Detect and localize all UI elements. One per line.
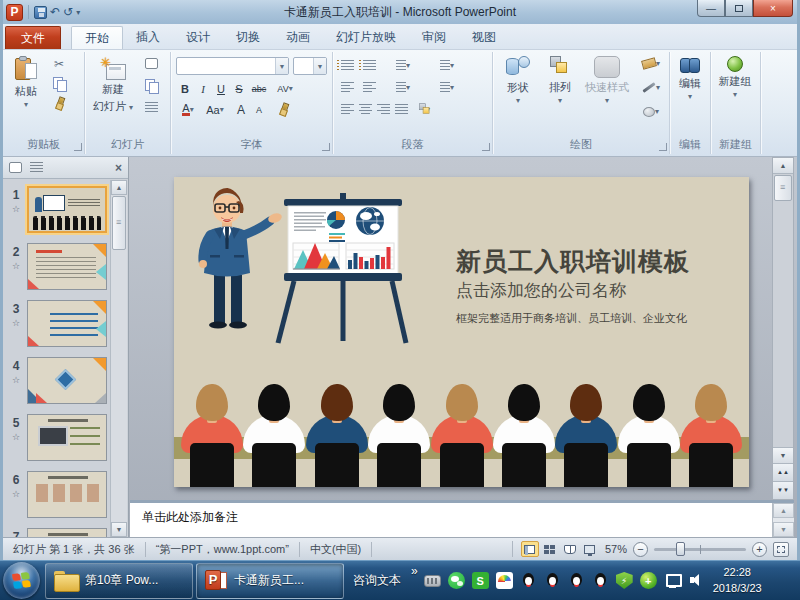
paste-dropdown-arrow[interactable]: ▾ [24, 101, 28, 109]
minimize-button[interactable]: — [697, 0, 725, 17]
ribbon-tab-设计[interactable]: 设计 [173, 26, 223, 49]
security-shield-icon[interactable]: ⚡ [616, 572, 633, 589]
arrange-button[interactable]: 排列▾ [541, 55, 579, 139]
thumbnail-preview[interactable] [27, 300, 107, 347]
shrink-font-button[interactable]: A [251, 102, 267, 117]
slide-thumbnail-2[interactable]: 2☆ [7, 243, 107, 295]
animation-star-icon[interactable]: ☆ [7, 489, 25, 499]
slide-thumbnail-5[interactable]: 5☆ [7, 414, 107, 466]
current-slide[interactable]: 新员工入职培训模板 点击添加您的公司名称 框架完整适用于商务培训、员工培训、企业… [174, 177, 749, 487]
format-painter-button[interactable] [51, 96, 67, 111]
redo-icon[interactable]: ↺ [63, 6, 73, 18]
new-slide-button[interactable]: ✳ 新建 幻灯片 ▾ [89, 55, 137, 139]
align-right-button[interactable] [375, 102, 391, 117]
customize-qat-icon[interactable]: ▾ [76, 8, 80, 17]
thumbnail-preview[interactable] [27, 357, 107, 404]
font-name-combo[interactable]: ▼ [176, 57, 289, 75]
normal-view-button[interactable] [521, 541, 539, 557]
scroll-down-icon[interactable]: ▼ [773, 447, 793, 463]
previous-slide-button[interactable]: ▲▲ [773, 463, 793, 481]
restore-button[interactable] [725, 0, 753, 17]
shape-fill-button[interactable]: ▾ [638, 56, 664, 71]
editing-button[interactable]: 编辑▾ [672, 55, 708, 139]
ribbon-tab-插入[interactable]: 插入 [123, 26, 173, 49]
italic-button[interactable]: I [195, 81, 211, 96]
clear-formatting-button[interactable] [275, 102, 291, 117]
cut-button[interactable]: ✂ [51, 56, 67, 71]
notes-pane[interactable]: 单击此处添加备注 ▲ ▼ [130, 500, 794, 537]
sogou-icon[interactable]: S [472, 572, 489, 589]
scrollbar-thumb[interactable] [774, 175, 792, 201]
ribbon-tab-审阅[interactable]: 审阅 [409, 26, 459, 49]
grow-font-button[interactable]: A [233, 102, 249, 117]
font-name-dropdown-arrow[interactable]: ▼ [275, 58, 288, 74]
ime-keyboard-icon[interactable] [424, 575, 441, 587]
clipboard-dialog-launcher[interactable] [74, 143, 82, 151]
font-color-button[interactable]: A▾ [177, 102, 199, 117]
reset-button[interactable] [143, 78, 159, 93]
ribbon-tab-开始[interactable]: 开始 [71, 26, 123, 49]
slide-sorter-view-button[interactable] [541, 541, 559, 557]
language-indicator[interactable]: 中文(中国) [300, 542, 372, 557]
animation-star-icon[interactable]: ☆ [7, 204, 25, 214]
new-group-button[interactable]: 新建组▾ [713, 55, 757, 139]
fit-slide-to-window-button[interactable] [773, 542, 789, 557]
shape-outline-button[interactable]: ▾ [638, 80, 664, 95]
align-left-button[interactable] [339, 102, 355, 117]
thumbnail-preview[interactable] [27, 243, 107, 290]
zoom-slider-thumb[interactable] [676, 542, 685, 556]
change-case-button[interactable]: Aa▾ [203, 102, 227, 117]
section-button[interactable] [143, 100, 159, 115]
desktop-toolbar-label[interactable]: 咨询文本 [347, 572, 407, 589]
notes-scrollbar[interactable]: ▲ ▼ [772, 503, 794, 537]
scroll-up-icon[interactable]: ▲ [111, 180, 127, 195]
thumbnail-preview[interactable] [27, 414, 107, 461]
antivirus-ball-icon[interactable]: + [640, 572, 657, 589]
network-icon[interactable] [664, 572, 681, 589]
volume-icon[interactable] [688, 572, 705, 589]
save-icon[interactable] [34, 6, 47, 19]
slides-thumbnails-tab[interactable] [9, 162, 22, 173]
columns-button[interactable]: ▾ [395, 80, 411, 95]
numbering-button[interactable] [361, 58, 377, 73]
shapes-button[interactable]: 形状▾ [499, 55, 537, 139]
qq-icon-1[interactable] [520, 572, 537, 589]
shape-effects-button[interactable]: ▾ [638, 104, 664, 119]
taskbar-clock[interactable]: 22:28 2018/3/23 [713, 565, 762, 597]
zoom-slider[interactable] [654, 548, 746, 551]
notes-placeholder[interactable]: 单击此处添加备注 [142, 509, 238, 526]
main-scrollbar[interactable]: ▲ ▼ ▲▲ ▼▼ [772, 157, 794, 500]
underline-button[interactable]: U [213, 81, 229, 96]
font-dialog-launcher[interactable] [322, 143, 330, 151]
animation-star-icon[interactable]: ☆ [7, 432, 25, 442]
taskbar-button-folder[interactable]: 第10章 Pow... [45, 563, 193, 599]
layout-button[interactable] [143, 56, 159, 71]
reading-view-button[interactable] [561, 541, 579, 557]
powerpoint-app-icon[interactable]: P [6, 4, 23, 21]
scrollbar-track[interactable] [773, 202, 793, 447]
bullets-button[interactable] [339, 58, 355, 73]
convert-smartart-button[interactable]: ▾ [415, 102, 431, 117]
toolbar-overflow-chevron[interactable]: » [407, 564, 422, 578]
scroll-down-icon[interactable]: ▼ [111, 522, 127, 537]
title-bar[interactable]: P ↶ ↺ ▾ 卡通新员工入职培训 - Microsoft PowerPoint… [3, 0, 797, 24]
wechat-icon[interactable] [448, 572, 465, 589]
next-slide-button[interactable]: ▼▼ [773, 481, 793, 499]
slide-thumbnail-6[interactable]: 6☆ [7, 471, 107, 523]
align-center-button[interactable] [357, 102, 373, 117]
qq-icon-3[interactable] [568, 572, 585, 589]
file-tab[interactable]: 文件 [5, 26, 61, 49]
strikethrough-button[interactable]: S [231, 81, 247, 96]
rainbow-browser-icon[interactable] [496, 572, 513, 589]
qq-icon-4[interactable] [592, 572, 609, 589]
animation-star-icon[interactable]: ☆ [7, 318, 25, 328]
align-text-button[interactable]: ▾ [439, 80, 455, 95]
drawing-dialog-launcher[interactable] [659, 143, 667, 151]
thumbnail-preview[interactable] [27, 186, 107, 233]
slideshow-view-button[interactable] [581, 541, 599, 557]
font-size-dropdown-arrow[interactable]: ▼ [313, 58, 326, 74]
font-size-combo[interactable]: ▼ [293, 57, 327, 75]
thumbnail-preview[interactable] [27, 528, 107, 537]
undo-icon[interactable]: ↶ [50, 6, 60, 18]
ribbon-tab-幻灯片放映[interactable]: 幻灯片放映 [323, 26, 409, 49]
